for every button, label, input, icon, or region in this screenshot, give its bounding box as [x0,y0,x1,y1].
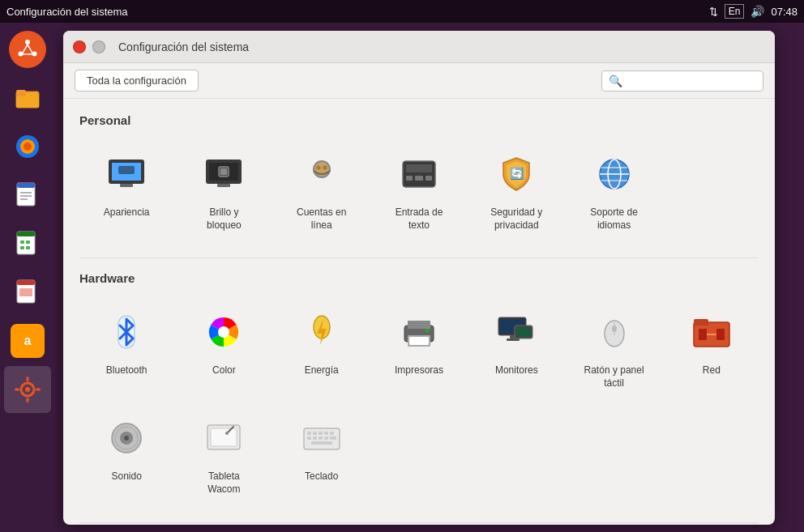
grid-item-raton[interactable]: Ratón y paneltáctil [567,296,661,399]
section-personal: Personal [79,113,759,127]
files-icon [13,83,42,113]
svg-point-41 [323,166,327,170]
sidebar-item-files[interactable] [4,74,51,121]
svg-point-85 [225,432,229,435]
grid-item-entrada[interactable]: Entrada detexto [372,138,466,241]
ubuntu-logo-icon [16,38,39,61]
sidebar-item-settings[interactable] [4,366,51,413]
svg-rect-37 [220,168,227,175]
section-divider-1 [79,257,759,258]
search-input[interactable] [626,74,756,87]
sonido-label: Sonido [111,470,141,483]
red-icon [686,306,738,358]
impresoras-icon [393,306,445,358]
grid-item-bluetooth[interactable]: Bluetooth [79,296,173,399]
taskbar: Configuración del sistema ⇅ En 🔊 07:48 [0,0,804,23]
raton-icon [588,306,640,358]
clock: 07:48 [771,6,798,18]
sidebar-item-writer[interactable] [4,172,51,219]
brillo-label: Brillo ybloqueo [207,206,242,232]
svg-rect-16 [17,232,35,236]
svg-rect-93 [313,436,317,440]
tableta-icon [198,412,250,464]
monitores-label: Monitores [495,364,538,377]
svg-rect-83 [211,428,237,446]
tableta-label: TabletaWacom [207,470,240,496]
minimize-button[interactable] [92,40,105,53]
writer-icon [13,181,42,210]
svg-point-72 [612,326,617,332]
grid-item-energia[interactable]: Energía [275,296,369,399]
taskbar-right: ⇅ En 🔊 07:48 [709,4,798,19]
grid-item-color[interactable]: Color [177,296,271,399]
network-icon: ⇅ [709,6,718,18]
grid-item-idiomas[interactable]: Soporte deidiomas [567,138,661,241]
main-window: Configuración del sistema Toda la config… [63,31,775,525]
svg-point-57 [218,326,229,338]
svg-rect-26 [27,377,29,381]
seguridad-icon: 🔄 [490,148,542,200]
sidebar-item-ubuntu[interactable] [4,26,51,73]
close-button[interactable] [73,40,86,53]
svg-point-80 [124,436,129,440]
grid-item-tableta[interactable]: TabletaWacom [177,402,271,505]
sidebar-item-impress[interactable] [4,269,51,316]
grid-item-brillo[interactable]: Brillo ybloqueo [177,138,271,241]
energia-icon [296,306,348,358]
svg-rect-27 [27,398,29,402]
svg-rect-91 [330,432,334,435]
svg-rect-89 [319,432,323,435]
grid-item-sonido[interactable]: Sonido [79,402,173,505]
search-box[interactable]: 🔍 [601,70,763,92]
svg-rect-90 [324,432,328,435]
entrada-icon [393,148,445,200]
bluetooth-label: Bluetooth [106,364,148,377]
color-icon [198,306,250,358]
toolbar: Toda la configuración 🔍 [63,63,775,99]
sonido-icon [100,412,152,464]
svg-rect-20 [26,246,30,249]
svg-point-40 [316,166,320,170]
svg-rect-38 [217,184,230,187]
grid-item-monitores[interactable]: Monitores [469,296,563,399]
seguridad-label: Seguridad yprivacidad [490,206,542,232]
raton-label: Ratón y paneltáctil [584,364,644,389]
apariencia-icon [100,148,152,200]
grid-item-red[interactable]: Red [665,296,759,399]
monitores-icon [490,306,542,358]
svg-rect-60 [408,321,430,329]
grid-item-teclado[interactable]: Teclado [275,402,369,505]
window-titlebar: Configuración del sistema [63,31,775,63]
grid-item-apariencia[interactable]: Apariencia [79,138,173,241]
grid-item-seguridad[interactable]: 🔄 Seguridad yprivacidad [469,138,563,241]
svg-rect-46 [415,176,423,181]
content-area[interactable]: Personal Apariencia [63,99,775,525]
svg-rect-96 [330,436,336,440]
red-label: Red [703,364,721,377]
svg-rect-87 [307,432,311,435]
idiomas-icon [588,148,640,200]
impresoras-label: Impresoras [395,364,443,377]
svg-rect-5 [16,95,39,108]
sidebar-item-firefox[interactable] [4,123,51,170]
taskbar-title: Configuración del sistema [6,6,128,18]
sidebar: a [0,23,55,532]
keyboard-layout: En [725,4,745,19]
all-config-button[interactable]: Toda la configuración [75,70,199,92]
sidebar-item-calc[interactable] [4,220,51,267]
svg-point-25 [25,387,30,392]
grid-item-cuentas-linea[interactable]: Cuentas enlínea [275,138,369,241]
cuentas-linea-icon [296,148,348,200]
cuentas-linea-label: Cuentas enlínea [297,206,346,232]
color-label: Color [212,364,236,377]
svg-rect-62 [409,337,429,345]
svg-rect-45 [406,176,413,181]
svg-rect-32 [118,166,135,174]
grid-item-impresoras[interactable]: Impresoras [372,296,466,399]
svg-rect-97 [311,441,332,445]
svg-rect-23 [19,288,32,296]
svg-rect-33 [120,184,133,187]
sidebar-item-amazon[interactable]: a [4,317,51,364]
svg-rect-11 [17,183,35,188]
energia-label: Energía [305,364,339,377]
